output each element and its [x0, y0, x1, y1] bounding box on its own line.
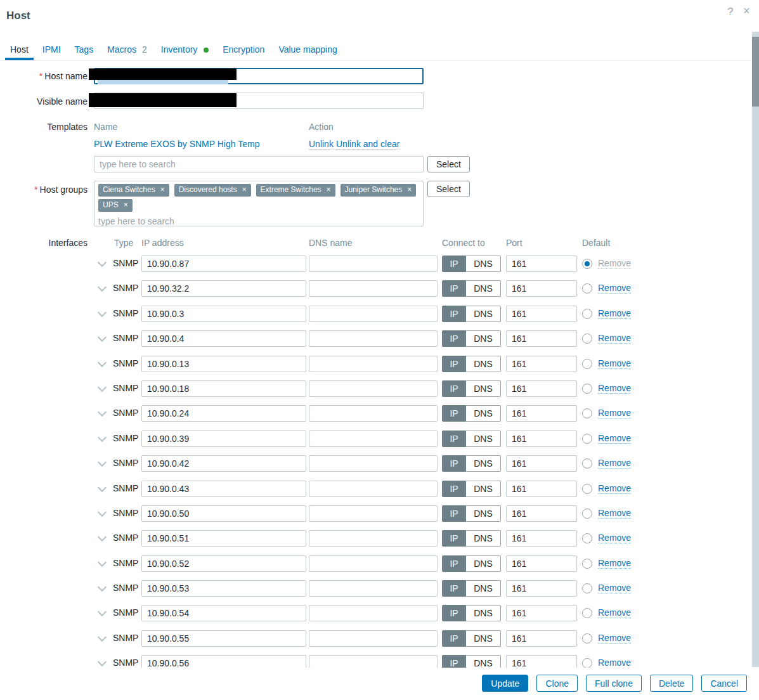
remove-link[interactable]: Remove: [598, 458, 631, 469]
port-input[interactable]: [506, 280, 577, 297]
chevron-down-icon[interactable]: [98, 658, 107, 666]
port-input[interactable]: [506, 455, 577, 472]
chevron-down-icon[interactable]: [98, 483, 107, 491]
connect-ip-button[interactable]: IP: [442, 505, 466, 522]
connect-ip-button[interactable]: IP: [442, 455, 466, 472]
port-input[interactable]: [506, 256, 577, 272]
default-radio[interactable]: [582, 484, 592, 494]
connect-ip-button[interactable]: IP: [442, 630, 466, 647]
dns-name-input[interactable]: [309, 356, 438, 372]
default-radio[interactable]: [582, 608, 592, 618]
dns-name-input[interactable]: [309, 481, 438, 497]
cancel-button[interactable]: Cancel: [701, 675, 747, 692]
remove-link[interactable]: Remove: [598, 533, 631, 543]
chevron-down-icon[interactable]: [98, 508, 107, 517]
connect-ip-button[interactable]: IP: [442, 405, 466, 422]
connect-ip-button[interactable]: IP: [442, 580, 466, 597]
tab-inventory[interactable]: Inventory: [156, 39, 214, 60]
unlink-link[interactable]: Unlink: [309, 139, 334, 150]
ip-address-input[interactable]: [141, 306, 306, 322]
dns-name-input[interactable]: [309, 630, 438, 647]
chip-remove-icon[interactable]: ×: [160, 185, 165, 195]
connect-dns-button[interactable]: DNS: [466, 405, 501, 422]
linked-template-link[interactable]: PLW Extreme EXOS by SNMP High Temp: [94, 139, 259, 149]
chevron-down-icon[interactable]: [98, 607, 107, 616]
dns-name-input[interactable]: [309, 605, 438, 621]
ip-address-input[interactable]: [141, 256, 306, 272]
connect-ip-button[interactable]: IP: [442, 431, 466, 447]
remove-link[interactable]: Remove: [598, 283, 631, 294]
ip-address-input[interactable]: [141, 580, 306, 597]
port-input[interactable]: [506, 405, 577, 422]
connect-ip-button[interactable]: IP: [442, 555, 466, 572]
chevron-down-icon[interactable]: [98, 383, 107, 392]
dns-name-input[interactable]: [309, 256, 438, 272]
dns-name-input[interactable]: [309, 455, 438, 472]
update-button[interactable]: Update: [482, 675, 528, 692]
connect-ip-button[interactable]: IP: [442, 306, 466, 322]
port-input[interactable]: [506, 555, 577, 572]
port-input[interactable]: [506, 580, 577, 597]
default-radio[interactable]: [582, 633, 592, 644]
ip-address-input[interactable]: [141, 455, 306, 472]
default-radio[interactable]: [582, 408, 592, 418]
ip-address-input[interactable]: [141, 481, 306, 497]
tab-host[interactable]: Host: [5, 39, 34, 60]
port-input[interactable]: [506, 505, 577, 522]
remove-link[interactable]: Remove: [598, 383, 631, 394]
template-select-button[interactable]: Select: [427, 156, 470, 172]
ip-address-input[interactable]: [141, 431, 306, 447]
default-radio[interactable]: [582, 583, 592, 593]
connect-ip-button[interactable]: IP: [442, 380, 466, 397]
remove-link[interactable]: Remove: [598, 508, 631, 519]
connect-ip-button[interactable]: IP: [442, 356, 466, 372]
remove-link[interactable]: Remove: [598, 558, 631, 569]
remove-link[interactable]: Remove: [598, 408, 631, 418]
dns-name-input[interactable]: [309, 306, 438, 322]
chip-remove-icon[interactable]: ×: [327, 185, 331, 195]
chip-remove-icon[interactable]: ×: [407, 185, 412, 195]
tab-value-mapping[interactable]: Value mapping: [273, 39, 342, 60]
remove-link[interactable]: Remove: [598, 358, 631, 369]
close-icon[interactable]: ×: [743, 4, 750, 18]
chevron-down-icon[interactable]: [98, 458, 107, 467]
connect-ip-button[interactable]: IP: [442, 256, 466, 272]
clone-button[interactable]: Clone: [536, 675, 578, 692]
template-search-input[interactable]: [94, 156, 424, 172]
port-input[interactable]: [506, 431, 577, 447]
connect-dns-button[interactable]: DNS: [466, 530, 501, 547]
remove-link[interactable]: Remove: [598, 658, 631, 668]
connect-dns-button[interactable]: DNS: [466, 580, 501, 597]
remove-link[interactable]: Remove: [598, 433, 631, 444]
chevron-down-icon[interactable]: [98, 533, 107, 541]
connect-dns-button[interactable]: DNS: [466, 306, 501, 322]
port-input[interactable]: [506, 330, 577, 347]
default-radio[interactable]: [582, 509, 592, 519]
connect-ip-button[interactable]: IP: [442, 330, 466, 347]
remove-link[interactable]: Remove: [598, 333, 631, 344]
vertical-scrollbar[interactable]: [752, 32, 759, 667]
chevron-down-icon[interactable]: [98, 333, 107, 342]
tab-macros[interactable]: Macros 2: [102, 39, 152, 60]
ip-address-input[interactable]: [141, 505, 306, 522]
tab-encryption[interactable]: Encryption: [217, 39, 269, 60]
connect-dns-button[interactable]: DNS: [466, 330, 501, 347]
ip-address-input[interactable]: [141, 356, 306, 372]
remove-link[interactable]: Remove: [598, 633, 631, 644]
dns-name-input[interactable]: [309, 505, 438, 522]
ip-address-input[interactable]: [141, 330, 306, 347]
ip-address-input[interactable]: [141, 555, 306, 572]
dns-name-input[interactable]: [309, 580, 438, 597]
default-radio[interactable]: [582, 559, 592, 569]
host-groups-select-button[interactable]: Select: [427, 181, 470, 197]
port-input[interactable]: [506, 380, 577, 397]
ip-address-input[interactable]: [141, 405, 306, 422]
dns-name-input[interactable]: [309, 431, 438, 447]
port-input[interactable]: [506, 306, 577, 322]
ip-address-input[interactable]: [141, 380, 306, 397]
remove-link[interactable]: Remove: [598, 308, 631, 319]
default-radio[interactable]: [582, 434, 592, 444]
tab-tags[interactable]: Tags: [70, 39, 99, 60]
chevron-down-icon[interactable]: [98, 433, 107, 442]
connect-ip-button[interactable]: IP: [442, 481, 466, 497]
